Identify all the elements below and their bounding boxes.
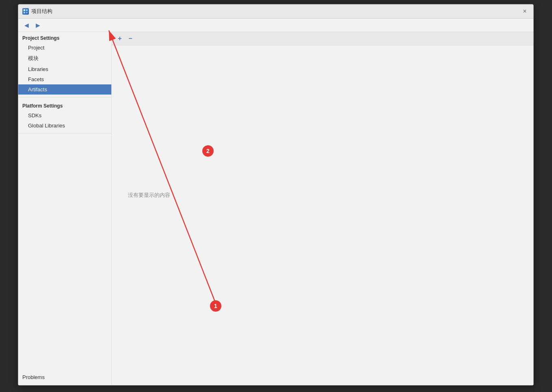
sidebar-item-project[interactable]: Project: [18, 43, 111, 53]
sidebar-item-libraries[interactable]: Libraries: [18, 64, 111, 74]
dialog-icon: [22, 8, 29, 15]
sidebar-item-global-libraries[interactable]: Global Libraries: [18, 121, 111, 131]
sidebar-item-modules[interactable]: 模块: [18, 53, 111, 64]
project-settings-header: Project Settings: [18, 32, 111, 43]
right-panel: + − 没有要显示的内容: [112, 32, 533, 385]
remove-artifact-button[interactable]: −: [126, 34, 135, 43]
svg-rect-2: [24, 12, 25, 13]
title-bar-left: 项目结构: [22, 8, 52, 15]
content-area: Project Settings Project 模块 Libraries Fa…: [18, 32, 533, 385]
forward-button[interactable]: ▶: [33, 20, 43, 30]
problems-label[interactable]: Problems: [22, 373, 107, 382]
dialog-body: ◀ ▶ Project Settings Project 模块 Librarie…: [18, 19, 533, 385]
dialog-title: 项目结构: [31, 8, 52, 15]
no-content-label: 没有要显示的内容: [128, 192, 170, 199]
sidebar: Project Settings Project 模块 Libraries Fa…: [18, 32, 112, 385]
problems-section: Problems: [18, 369, 111, 385]
sidebar-item-facets[interactable]: Facets: [18, 74, 111, 84]
back-button[interactable]: ◀: [22, 20, 31, 30]
svg-rect-1: [26, 9, 28, 11]
title-bar: 项目结构 ×: [18, 4, 533, 19]
platform-settings-header: Platform Settings: [18, 100, 111, 110]
sidebar-item-sdks[interactable]: SDKs: [18, 110, 111, 121]
artifacts-content: 没有要显示的内容: [112, 45, 533, 385]
annotation-badge-2: 2: [202, 145, 214, 157]
add-artifact-button[interactable]: +: [115, 34, 125, 43]
annotation-badge-1: 1: [210, 300, 221, 312]
nav-row: ◀ ▶: [18, 19, 533, 32]
svg-rect-0: [24, 9, 25, 11]
artifacts-toolbar: + −: [112, 32, 533, 45]
project-structure-dialog: 项目结构 × ◀ ▶ Project Settings Project 模块 L…: [18, 4, 534, 386]
close-button[interactable]: ×: [520, 7, 529, 16]
sidebar-item-artifacts[interactable]: Artifacts: [18, 84, 111, 95]
svg-rect-3: [26, 12, 28, 13]
sidebar-divider: [18, 97, 111, 97]
sidebar-divider-2: [18, 133, 111, 134]
